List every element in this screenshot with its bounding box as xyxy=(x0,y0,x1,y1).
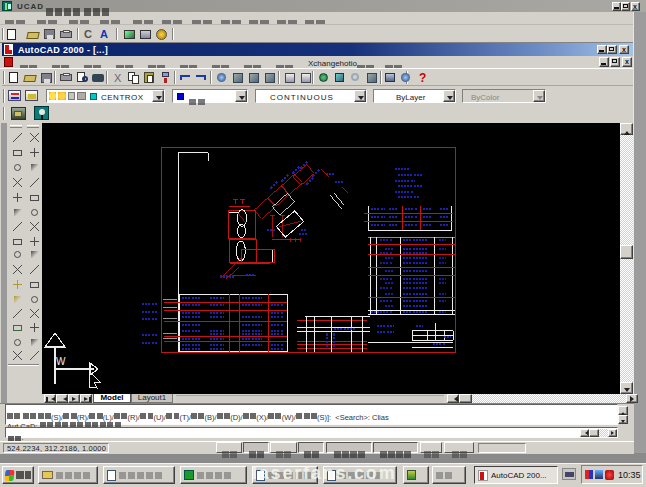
svg-text:W: W xyxy=(56,356,66,367)
